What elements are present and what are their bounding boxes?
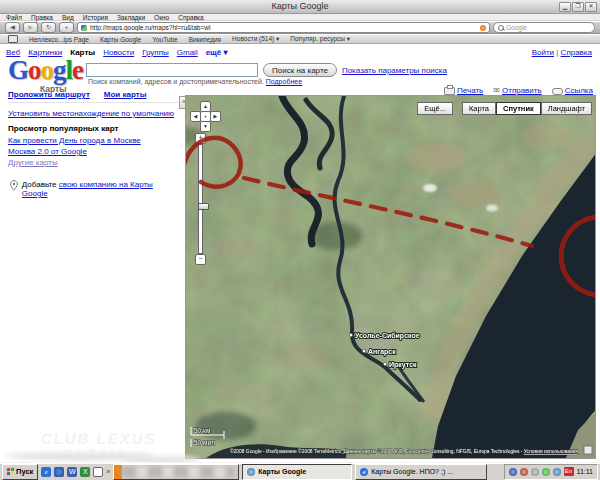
- menu-bookmarks[interactable]: Закладки: [117, 14, 145, 21]
- bookmark-item[interactable]: Неллексо...ips Page: [29, 36, 89, 43]
- task-button-ie[interactable]: e Карты Google. НПО? ;) ...: [355, 464, 487, 480]
- window-icon: [247, 468, 255, 476]
- nav-more[interactable]: ещё ▾: [206, 48, 228, 57]
- show-desktop-icon[interactable]: [93, 467, 103, 477]
- task-button-maps[interactable]: Карты Google: [242, 464, 352, 480]
- url-input[interactable]: [90, 24, 477, 32]
- clock[interactable]: 11:11: [577, 468, 593, 475]
- add-business-prefix: Добавьте: [22, 180, 57, 189]
- send-link[interactable]: Отправить: [502, 86, 542, 95]
- tray-icon-utility[interactable]: [531, 468, 539, 476]
- nav-groups[interactable]: Группы: [142, 48, 169, 57]
- tray-icon-network[interactable]: [509, 468, 517, 476]
- map-type-map[interactable]: Карта: [462, 102, 496, 115]
- bookmark-item[interactable]: Популяр. ресурсы ▾: [290, 35, 350, 43]
- tray-icon-updates[interactable]: [553, 468, 561, 476]
- bookmark-item[interactable]: Карты Google: [100, 36, 141, 43]
- windows-taskbar: Пуск e W X » Карты Google e Карты Google…: [0, 462, 600, 480]
- task-button-label: Карты Google. НПО? ;) ...: [371, 468, 453, 475]
- restore-icon[interactable]: ❐: [572, 2, 584, 12]
- search-caption-link[interactable]: Подробнее: [266, 78, 302, 85]
- url-field[interactable]: [77, 22, 490, 33]
- reload-icon[interactable]: ↻: [41, 22, 56, 33]
- menu-history[interactable]: История: [83, 14, 108, 21]
- start-button[interactable]: Пуск: [2, 464, 38, 480]
- bookmarks-icon[interactable]: [8, 35, 18, 43]
- set-default-location-link[interactable]: Установить местонахождение по умолчанию: [8, 109, 174, 118]
- popular-map-link[interactable]: Как провести День города в Москве: [8, 136, 141, 145]
- menu-window[interactable]: Окно: [154, 14, 169, 21]
- pan-down-icon[interactable]: ▼: [200, 121, 211, 132]
- bookmark-item[interactable]: YouTube: [152, 36, 178, 43]
- logo-letter: G: [8, 55, 28, 85]
- bookmark-item[interactable]: Википедия: [189, 36, 221, 43]
- add-business-text: Добавьте свою компанию на Карты Google: [22, 180, 178, 198]
- bookmarks-bar: Неллексо...ips Page Карты Google YouTube…: [0, 35, 600, 44]
- map-search-form: Поиск на карте Показать параметры поиска: [86, 63, 447, 77]
- excel-icon[interactable]: X: [80, 467, 90, 477]
- terms-link[interactable]: Условия использования: [524, 448, 578, 454]
- nav-gmail[interactable]: Gmail: [177, 48, 198, 57]
- search-icon: [498, 25, 504, 31]
- new-tab-icon[interactable]: +: [59, 22, 74, 33]
- link-action[interactable]: Ссылка: [552, 86, 593, 95]
- map-canvas[interactable]: Усолье-Сибирское Ангарск Иркутск 50 км 5…: [186, 96, 595, 458]
- search-options-link[interactable]: Показать параметры поиска: [342, 66, 447, 75]
- map-corner-icon[interactable]: [584, 446, 592, 454]
- print-link[interactable]: Печать: [457, 86, 483, 95]
- zoom-slider-handle[interactable]: [198, 203, 209, 210]
- menu-file[interactable]: Файл: [6, 14, 22, 21]
- satellite-imagery: Усолье-Сибирское Ангарск Иркутск 50 км 5…: [186, 96, 595, 458]
- print-action[interactable]: Печать: [444, 86, 483, 95]
- censored-task-button[interactable]: [113, 464, 239, 480]
- zoom-out-icon[interactable]: −: [195, 254, 206, 265]
- help-link[interactable]: Справка: [561, 48, 592, 57]
- send-action[interactable]: ✉Отправить: [493, 86, 541, 95]
- tray-icon-messenger[interactable]: [542, 468, 550, 476]
- map-type-satellite[interactable]: Спутник: [496, 102, 541, 115]
- envelope-icon: ✉: [493, 86, 500, 95]
- menu-help[interactable]: Справка: [178, 14, 204, 21]
- close-icon[interactable]: ✕: [585, 2, 597, 12]
- map-pin-icon: [10, 180, 18, 191]
- map-type-terrain[interactable]: Ландшафт: [541, 102, 592, 115]
- language-indicator[interactable]: En: [564, 467, 574, 476]
- zoom-slider-track[interactable]: [198, 144, 203, 254]
- ie-icon[interactable]: e: [41, 467, 51, 477]
- popular-map-link[interactable]: Москва 2.0 от Google: [8, 147, 87, 156]
- browser-search-field[interactable]: Google: [493, 22, 595, 33]
- back-icon[interactable]: ◀: [5, 22, 20, 33]
- menu-edit[interactable]: Правка: [31, 14, 53, 21]
- other-maps-link[interactable]: Другие карты: [8, 158, 58, 167]
- pan-right-icon[interactable]: ▶: [210, 111, 221, 122]
- window-titlebar: Карты Google: [0, 0, 600, 14]
- popular-maps-heading: Просмотр популярных карт: [8, 124, 118, 133]
- rss-icon[interactable]: [480, 25, 486, 31]
- browser-quicklaunch-icon[interactable]: [54, 467, 64, 477]
- browser-toolbar: ◀ ▶ ↻ + Google: [0, 22, 600, 34]
- tray-icon-volume[interactable]: [520, 468, 528, 476]
- tab-get-directions[interactable]: Проложить маршрут: [8, 90, 90, 99]
- account-links: Войти | Справка: [532, 48, 592, 57]
- word-icon[interactable]: W: [67, 467, 77, 477]
- forward-icon[interactable]: ▶: [23, 22, 38, 33]
- link-link[interactable]: Ссылка: [565, 86, 593, 95]
- map-search-input[interactable]: [86, 63, 258, 77]
- minimize-icon[interactable]: ▁: [559, 2, 571, 12]
- tab-my-maps[interactable]: Мои карты: [104, 90, 147, 99]
- map-more-button[interactable]: Ещё...: [417, 102, 453, 115]
- scale-miles: 50 мил: [194, 439, 215, 446]
- start-label: Пуск: [16, 467, 33, 476]
- screen: Карты Google ▁ ❐ ✕ Файл Правка Вид Истор…: [0, 0, 600, 480]
- quicklaunch-overflow-icon[interactable]: »: [106, 468, 110, 475]
- nav-news[interactable]: Новости: [103, 48, 134, 57]
- zoom-in-icon[interactable]: +: [195, 133, 206, 144]
- menubar: Файл Правка Вид История Закладки Окно Сп…: [0, 14, 600, 21]
- censor-smudge: [122, 467, 234, 477]
- menu-view[interactable]: Вид: [62, 14, 74, 21]
- search-map-button[interactable]: Поиск на карте: [263, 63, 337, 77]
- nav-separator: |: [556, 48, 558, 57]
- attribution-text: ©2008 Google - Изображение ©2008 TerraMe…: [230, 448, 524, 454]
- bookmark-item[interactable]: Новости (514) ▾: [232, 35, 279, 43]
- signin-link[interactable]: Войти: [532, 48, 554, 57]
